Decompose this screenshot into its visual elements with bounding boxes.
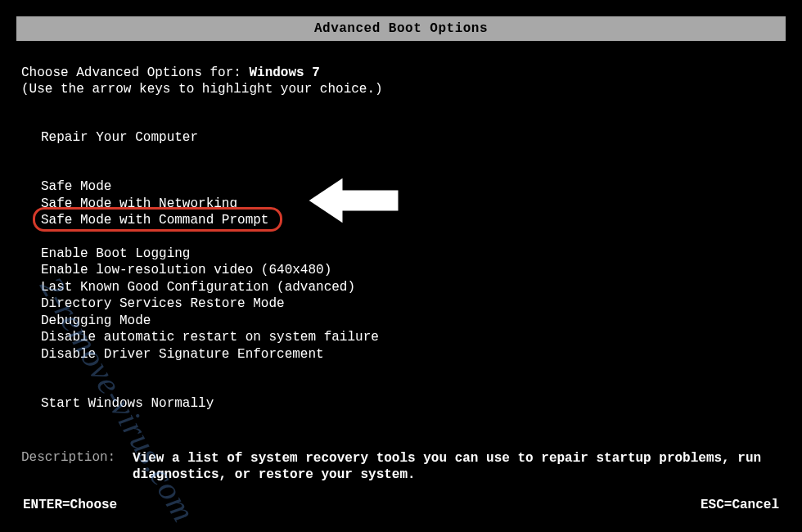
intro-line-1: Choose Advanced Options for: Windows 7 — [21, 65, 781, 80]
description-label: Description: — [21, 450, 133, 484]
menu-low-res-video[interactable]: Enable low-resolution video (640x480) — [39, 262, 336, 278]
description-block: Description: View a list of system recov… — [21, 450, 781, 484]
menu-safe-mode[interactable]: Safe Mode — [39, 178, 116, 195]
menu-start-normally[interactable]: Start Windows Normally — [39, 395, 219, 412]
footer-enter-hint: ENTER=Choose — [23, 498, 117, 512]
menu-disable-auto-restart[interactable]: Disable automatic restart on system fail… — [39, 329, 384, 345]
boot-menu: Repair Your Computer Safe Mode Safe Mode… — [39, 129, 781, 413]
description-text: View a list of system recovery tools you… — [133, 450, 781, 484]
intro-prefix: Choose Advanced Options for: — [21, 65, 249, 80]
menu-enable-boot-logging[interactable]: Enable Boot Logging — [39, 246, 195, 262]
footer-bar: ENTER=Choose ESC=Cancel — [0, 498, 802, 512]
menu-safe-mode-command-prompt[interactable]: Safe Mode with Command Prompt — [39, 212, 273, 228]
title-bar: Advanced Boot Options — [16, 16, 786, 41]
footer-esc-hint: ESC=Cancel — [701, 498, 779, 512]
intro-os: Windows 7 — [249, 65, 319, 80]
menu-debugging-mode[interactable]: Debugging Mode — [39, 313, 155, 329]
menu-disable-driver-sig[interactable]: Disable Driver Signature Enforcement — [39, 346, 329, 363]
intro-hint: (Use the arrow keys to highlight your ch… — [21, 82, 781, 97]
menu-directory-services-restore[interactable]: Directory Services Restore Mode — [39, 295, 290, 312]
main-content: Choose Advanced Options for: Windows 7 (… — [0, 41, 802, 484]
menu-safe-mode-networking[interactable]: Safe Mode with Networking — [39, 196, 242, 212]
title-text: Advanced Boot Options — [314, 21, 488, 36]
menu-repair-computer[interactable]: Repair Your Computer — [39, 129, 203, 146]
menu-last-known-good[interactable]: Last Known Good Configuration (advanced) — [39, 279, 360, 295]
